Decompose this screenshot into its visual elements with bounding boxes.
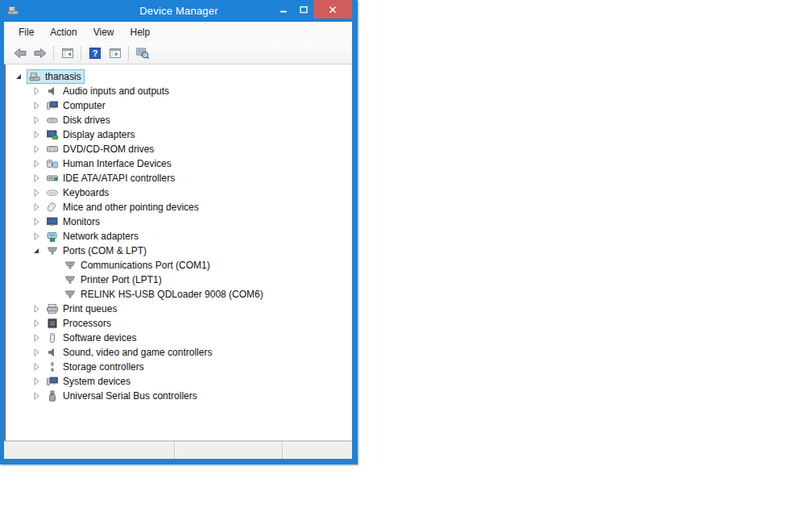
tree-item-label: Display adapters (63, 128, 135, 141)
mouse-icon (46, 201, 59, 214)
help-button[interactable]: ? (85, 44, 105, 63)
tree-item[interactable]: Monitors (6, 214, 352, 229)
menu-file[interactable]: File (10, 23, 42, 41)
tree-item-content[interactable]: Software devices (44, 331, 139, 345)
tree-item-content[interactable]: Communications Port (COM1) (62, 258, 213, 273)
tree-item-label: Processors (63, 317, 111, 330)
scan-hardware-changes-button[interactable] (132, 44, 152, 63)
tree-item-content[interactable]: Processors (44, 316, 114, 331)
tree-item[interactable]: thanasis (6, 69, 352, 84)
tree-item-content[interactable]: DVD/CD-ROM drives (44, 142, 157, 156)
selected-tree-item-content[interactable]: thanasis (27, 69, 85, 84)
tree-item-content[interactable]: Ports (COM & LPT) (44, 244, 150, 258)
menu-help[interactable]: Help (122, 23, 159, 41)
tree-item[interactable]: Printer Port (LPT1) (6, 273, 352, 287)
expander-spacer (48, 260, 60, 271)
expand-arrow-icon[interactable] (31, 100, 42, 111)
tree-item-label: Sound, video and game controllers (63, 346, 212, 359)
tree-item-content[interactable]: System devices (44, 374, 134, 389)
tree-item[interactable]: IDE ATA/ATAPI controllers (6, 171, 352, 185)
tree-item[interactable]: Processors (6, 316, 352, 331)
tree-item[interactable]: Software devices (6, 331, 352, 345)
tree-item[interactable]: System devices (6, 374, 352, 389)
expander-spacer (48, 274, 60, 285)
tree-item-content[interactable]: Universal Serial Bus controllers (44, 389, 201, 403)
tree-item[interactable]: DVD/CD-ROM drives (6, 142, 352, 156)
tree-item-label: Communications Port (COM1) (81, 259, 210, 272)
toolbar-separator (128, 46, 129, 60)
tree-item-content[interactable]: Monitors (44, 214, 103, 229)
tree-item[interactable]: Storage controllers (6, 360, 352, 374)
tree-item[interactable]: Keyboards (6, 185, 352, 200)
tree-item-content[interactable]: RELINK HS-USB QDLoader 9008 (COM6) (62, 287, 267, 302)
tree-item-content[interactable]: Disk drives (44, 113, 114, 127)
expand-arrow-icon[interactable] (31, 390, 42, 402)
expand-arrow-icon[interactable] (31, 144, 42, 155)
show-hide-console-tree-button[interactable] (57, 44, 77, 63)
tree-item-content[interactable]: Network adapters (44, 229, 142, 244)
scan-hardware-icon (135, 46, 150, 60)
back-button[interactable] (10, 44, 30, 63)
title-bar[interactable]: Device Manager (0, 0, 358, 22)
tree-item-content[interactable]: Sound, video and game controllers (44, 345, 215, 360)
printer-icon (46, 302, 59, 315)
tree-item[interactable]: RELINK HS-USB QDLoader 9008 (COM6) (6, 287, 352, 302)
minimize-button[interactable] (273, 0, 293, 19)
collapse-arrow-icon[interactable] (13, 71, 24, 82)
close-button[interactable] (313, 0, 352, 19)
show-action-pane-button[interactable] (105, 44, 125, 63)
expand-arrow-icon[interactable] (31, 187, 42, 198)
expand-arrow-icon[interactable] (31, 158, 42, 169)
expand-arrow-icon[interactable] (31, 216, 42, 227)
tree-item[interactable]: Mice and other pointing devices (6, 200, 352, 214)
collapse-arrow-icon[interactable] (31, 245, 42, 256)
expand-arrow-icon[interactable] (31, 347, 42, 358)
maximize-button[interactable] (293, 0, 313, 19)
tree-item[interactable]: Display adapters (6, 127, 352, 142)
tree-item[interactable]: Disk drives (6, 113, 352, 127)
expand-arrow-icon[interactable] (31, 303, 42, 314)
tree-item-content[interactable]: Computer (44, 98, 109, 113)
port-icon (64, 288, 77, 301)
forward-button[interactable] (30, 44, 50, 63)
expand-arrow-icon[interactable] (31, 115, 42, 126)
expand-arrow-icon[interactable] (31, 332, 42, 344)
tree-item[interactable]: Sound, video and game controllers (6, 345, 352, 360)
tree-item-label: Print queues (63, 302, 117, 315)
usb-icon (46, 389, 59, 402)
tree-item-content[interactable]: Print queues (44, 302, 120, 316)
tree-item[interactable]: Network adapters (6, 229, 352, 244)
expand-arrow-icon[interactable] (31, 129, 42, 140)
tree-item-content[interactable]: Keyboards (44, 185, 112, 200)
tree-item[interactable]: Computer (6, 98, 352, 113)
tree-item-content[interactable]: Printer Port (LPT1) (62, 273, 165, 287)
tree-item-label: Storage controllers (63, 360, 144, 373)
tree-item-label: Audio inputs and outputs (63, 85, 169, 98)
status-section-1 (4, 442, 174, 459)
tree-item-content[interactable]: Human Interface Devices (44, 156, 175, 171)
tree-item-label: Universal Serial Bus controllers (63, 389, 197, 402)
tree-item[interactable]: Universal Serial Bus controllers (6, 389, 352, 403)
menu-view[interactable]: View (85, 23, 122, 41)
tree-item[interactable]: Communications Port (COM1) (6, 258, 352, 273)
expand-arrow-icon[interactable] (31, 318, 42, 329)
expand-arrow-icon[interactable] (31, 361, 42, 373)
tree-item[interactable]: Audio inputs and outputs (6, 84, 352, 98)
tree-item-content[interactable]: Display adapters (44, 127, 138, 142)
tree-item[interactable]: Ports (COM & LPT) (6, 244, 352, 258)
expand-arrow-icon[interactable] (31, 173, 42, 184)
expand-arrow-icon[interactable] (31, 376, 42, 387)
menu-action[interactable]: Action (42, 23, 85, 41)
expand-arrow-icon[interactable] (31, 231, 42, 242)
tree-item-content[interactable]: Mice and other pointing devices (44, 200, 202, 214)
expand-arrow-icon[interactable] (31, 85, 42, 97)
expand-arrow-icon[interactable] (31, 202, 42, 213)
tree-item-label: Computer (63, 99, 106, 112)
tree-item[interactable]: Human Interface Devices (6, 156, 352, 171)
tree-item[interactable]: Print queues (6, 302, 352, 316)
ide-controller-icon (46, 172, 59, 185)
tree-item-content[interactable]: Storage controllers (44, 360, 147, 374)
tree-item-content[interactable]: Audio inputs and outputs (44, 84, 172, 98)
tree-item-content[interactable]: IDE ATA/ATAPI controllers (44, 171, 178, 185)
tree-item-label: Keyboards (63, 186, 109, 199)
